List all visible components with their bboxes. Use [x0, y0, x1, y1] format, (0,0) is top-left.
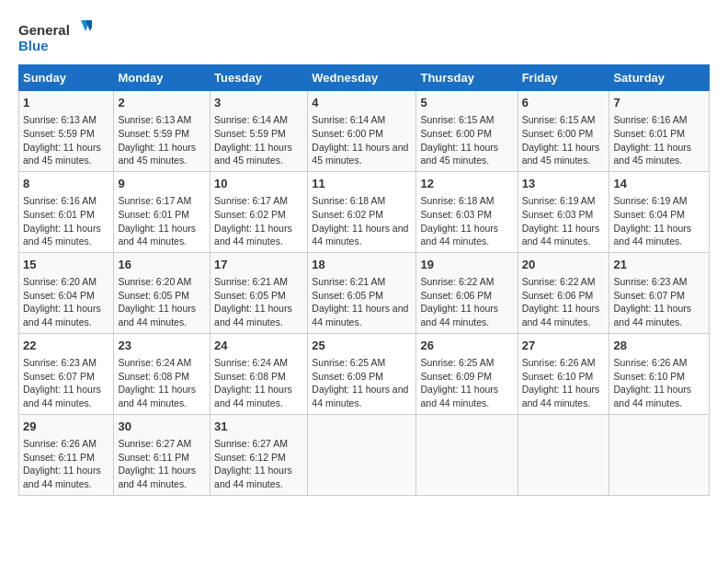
day-number: 9 [118, 176, 206, 192]
header-day-sunday: Sunday [19, 65, 114, 91]
logo: General Blue [18, 18, 92, 55]
day-cell: 8 Sunrise: 6:16 AMSunset: 6:01 PMDayligh… [19, 171, 114, 252]
day-cell: 9 Sunrise: 6:17 AMSunset: 6:01 PMDayligh… [114, 171, 210, 252]
header-day-monday: Monday [114, 65, 210, 91]
day-cell: 13 Sunrise: 6:19 AMSunset: 6:03 PMDaylig… [518, 171, 609, 252]
day-info: Sunrise: 6:26 AMSunset: 6:11 PMDaylight:… [23, 437, 109, 491]
day-cell: 5 Sunrise: 6:15 AMSunset: 6:00 PMDayligh… [416, 91, 518, 172]
day-cell: 30 Sunrise: 6:27 AMSunset: 6:11 PMDaylig… [114, 414, 210, 495]
day-number: 4 [312, 95, 412, 111]
day-info: Sunrise: 6:27 AMSunset: 6:12 PMDaylight:… [214, 437, 303, 491]
day-cell: 19 Sunrise: 6:22 AMSunset: 6:06 PMDaylig… [416, 252, 518, 333]
day-number: 16 [118, 257, 206, 273]
day-info: Sunrise: 6:14 AMSunset: 6:00 PMDaylight:… [312, 113, 412, 167]
day-cell [609, 414, 710, 495]
day-number: 11 [312, 176, 412, 192]
day-cell: 15 Sunrise: 6:20 AMSunset: 6:04 PMDaylig… [19, 252, 114, 333]
day-cell: 1 Sunrise: 6:13 AMSunset: 5:59 PMDayligh… [19, 91, 114, 172]
day-number: 28 [613, 338, 705, 354]
day-info: Sunrise: 6:17 AMSunset: 6:01 PMDaylight:… [118, 194, 206, 248]
header-day-tuesday: Tuesday [210, 65, 308, 91]
week-row-5: 29 Sunrise: 6:26 AMSunset: 6:11 PMDaylig… [19, 414, 710, 495]
day-cell: 26 Sunrise: 6:25 AMSunset: 6:09 PMDaylig… [416, 333, 518, 414]
day-number: 12 [420, 176, 513, 192]
day-info: Sunrise: 6:20 AMSunset: 6:04 PMDaylight:… [23, 275, 109, 329]
day-cell [416, 414, 518, 495]
day-number: 31 [214, 419, 303, 435]
header-day-friday: Friday [518, 65, 609, 91]
day-info: Sunrise: 6:25 AMSunset: 6:09 PMDaylight:… [312, 356, 412, 410]
day-number: 25 [312, 338, 412, 354]
day-info: Sunrise: 6:18 AMSunset: 6:02 PMDaylight:… [312, 194, 412, 248]
day-number: 5 [420, 95, 513, 111]
day-cell: 28 Sunrise: 6:26 AMSunset: 6:10 PMDaylig… [609, 333, 710, 414]
day-number: 13 [522, 176, 606, 192]
day-info: Sunrise: 6:15 AMSunset: 6:00 PMDaylight:… [522, 113, 606, 167]
day-cell: 2 Sunrise: 6:13 AMSunset: 5:59 PMDayligh… [114, 91, 210, 172]
day-info: Sunrise: 6:27 AMSunset: 6:11 PMDaylight:… [118, 437, 206, 491]
day-cell: 7 Sunrise: 6:16 AMSunset: 6:01 PMDayligh… [609, 91, 710, 172]
header-day-thursday: Thursday [416, 65, 518, 91]
day-cell [518, 414, 609, 495]
day-number: 18 [312, 257, 412, 273]
day-number: 24 [214, 338, 303, 354]
day-cell: 17 Sunrise: 6:21 AMSunset: 6:05 PMDaylig… [210, 252, 308, 333]
day-number: 6 [522, 95, 606, 111]
day-cell: 29 Sunrise: 6:26 AMSunset: 6:11 PMDaylig… [19, 414, 114, 495]
day-info: Sunrise: 6:16 AMSunset: 6:01 PMDaylight:… [613, 113, 705, 167]
day-number: 22 [23, 338, 109, 354]
day-info: Sunrise: 6:17 AMSunset: 6:02 PMDaylight:… [214, 194, 303, 248]
day-cell: 14 Sunrise: 6:19 AMSunset: 6:04 PMDaylig… [609, 171, 710, 252]
day-info: Sunrise: 6:24 AMSunset: 6:08 PMDaylight:… [214, 356, 303, 410]
day-info: Sunrise: 6:13 AMSunset: 5:59 PMDaylight:… [23, 113, 109, 167]
day-cell: 16 Sunrise: 6:20 AMSunset: 6:05 PMDaylig… [114, 252, 210, 333]
day-info: Sunrise: 6:23 AMSunset: 6:07 PMDaylight:… [23, 356, 109, 410]
day-cell [308, 414, 416, 495]
day-number: 19 [420, 257, 513, 273]
day-number: 27 [522, 338, 606, 354]
page-header: General Blue [18, 18, 710, 55]
day-number: 20 [522, 257, 606, 273]
day-cell: 24 Sunrise: 6:24 AMSunset: 6:08 PMDaylig… [210, 333, 308, 414]
day-number: 17 [214, 257, 303, 273]
header-day-saturday: Saturday [609, 65, 710, 91]
day-info: Sunrise: 6:19 AMSunset: 6:03 PMDaylight:… [522, 194, 606, 248]
svg-text:General: General [18, 22, 70, 38]
day-info: Sunrise: 6:23 AMSunset: 6:07 PMDaylight:… [613, 275, 705, 329]
day-info: Sunrise: 6:26 AMSunset: 6:10 PMDaylight:… [522, 356, 606, 410]
day-number: 1 [23, 95, 109, 111]
day-info: Sunrise: 6:25 AMSunset: 6:09 PMDaylight:… [420, 356, 513, 410]
day-number: 30 [118, 419, 206, 435]
calendar-table: SundayMondayTuesdayWednesdayThursdayFrid… [18, 64, 710, 496]
day-info: Sunrise: 6:16 AMSunset: 6:01 PMDaylight:… [23, 194, 109, 248]
day-number: 26 [420, 338, 513, 354]
day-cell: 18 Sunrise: 6:21 AMSunset: 6:05 PMDaylig… [308, 252, 416, 333]
day-info: Sunrise: 6:18 AMSunset: 6:03 PMDaylight:… [420, 194, 513, 248]
day-info: Sunrise: 6:21 AMSunset: 6:05 PMDaylight:… [312, 275, 412, 329]
svg-text:Blue: Blue [18, 38, 49, 53]
day-cell: 25 Sunrise: 6:25 AMSunset: 6:09 PMDaylig… [308, 333, 416, 414]
day-number: 2 [118, 95, 206, 111]
day-number: 29 [23, 419, 109, 435]
day-cell: 20 Sunrise: 6:22 AMSunset: 6:06 PMDaylig… [518, 252, 609, 333]
logo-icon: General Blue [18, 18, 92, 55]
day-cell: 12 Sunrise: 6:18 AMSunset: 6:03 PMDaylig… [416, 171, 518, 252]
day-cell: 3 Sunrise: 6:14 AMSunset: 5:59 PMDayligh… [210, 91, 308, 172]
header-row: SundayMondayTuesdayWednesdayThursdayFrid… [19, 65, 710, 91]
day-info: Sunrise: 6:22 AMSunset: 6:06 PMDaylight:… [522, 275, 606, 329]
day-info: Sunrise: 6:22 AMSunset: 6:06 PMDaylight:… [420, 275, 513, 329]
day-info: Sunrise: 6:13 AMSunset: 5:59 PMDaylight:… [118, 113, 206, 167]
week-row-4: 22 Sunrise: 6:23 AMSunset: 6:07 PMDaylig… [19, 333, 710, 414]
day-cell: 21 Sunrise: 6:23 AMSunset: 6:07 PMDaylig… [609, 252, 710, 333]
day-info: Sunrise: 6:21 AMSunset: 6:05 PMDaylight:… [214, 275, 303, 329]
day-number: 14 [613, 176, 705, 192]
week-row-2: 8 Sunrise: 6:16 AMSunset: 6:01 PMDayligh… [19, 171, 710, 252]
day-number: 10 [214, 176, 303, 192]
week-row-1: 1 Sunrise: 6:13 AMSunset: 5:59 PMDayligh… [19, 91, 710, 172]
day-info: Sunrise: 6:15 AMSunset: 6:00 PMDaylight:… [420, 113, 513, 167]
day-cell: 31 Sunrise: 6:27 AMSunset: 6:12 PMDaylig… [210, 414, 308, 495]
day-number: 23 [118, 338, 206, 354]
day-info: Sunrise: 6:19 AMSunset: 6:04 PMDaylight:… [613, 194, 705, 248]
week-row-3: 15 Sunrise: 6:20 AMSunset: 6:04 PMDaylig… [19, 252, 710, 333]
day-number: 15 [23, 257, 109, 273]
